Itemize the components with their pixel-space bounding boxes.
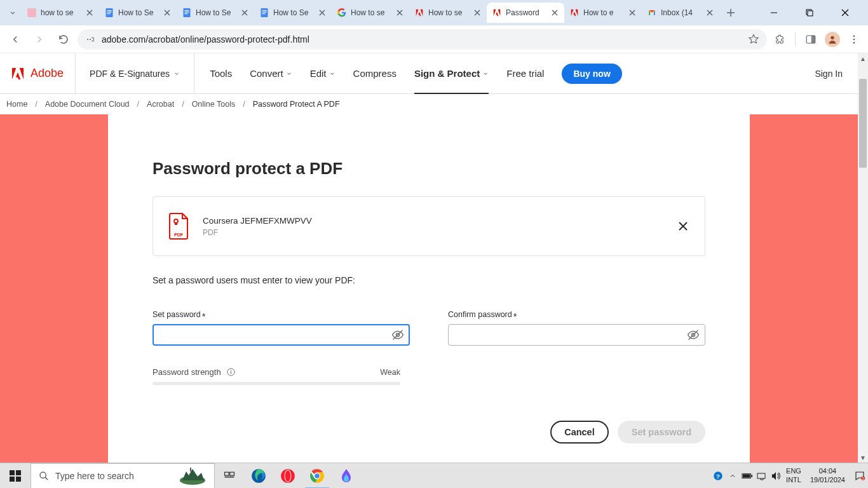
browser-tab-active[interactable]: Password [487,3,564,23]
svg-point-22 [853,41,855,43]
pdf-file-icon: PDF [167,212,190,240]
browser-tab[interactable]: How to e [564,3,642,23]
scroll-down-arrow[interactable]: ▼ [858,452,868,463]
tray-overflow-button[interactable] [729,472,736,480]
nav-compress[interactable]: Compress [353,53,397,93]
button-label: Set password [632,427,691,437]
close-icon[interactable] [705,8,714,17]
scroll-thumb[interactable] [859,79,867,168]
svg-point-29 [230,370,231,371]
google-docs-icon [182,8,192,18]
nav-sign-protect[interactable]: Sign & Protect [414,53,489,93]
tray-battery-icon[interactable] [742,472,753,480]
browser-tab[interactable]: Inbox (14 [642,3,719,23]
svg-point-21 [853,38,855,40]
breadcrumb-doccloud[interactable]: Adobe Document Cloud [45,100,130,109]
bookmark-icon[interactable] [748,34,759,45]
kebab-menu-icon[interactable] [845,30,863,48]
new-tab-button[interactable] [722,4,740,22]
reload-button[interactable] [53,29,74,50]
nav-convert[interactable]: Convert [250,53,292,93]
nav-free-trial[interactable]: Free trial [506,53,544,93]
flame-icon [339,468,353,484]
toggle-password-visibility[interactable] [391,328,405,342]
browser-tab[interactable]: How to Se [177,3,254,23]
chevron-down-icon [329,71,336,77]
extensions-icon[interactable] [771,30,789,48]
close-icon[interactable] [163,8,172,17]
window-minimize-button[interactable] [761,3,787,22]
tray-notifications-button[interactable]: 5 [854,470,865,482]
nav-pdf-esignatures[interactable]: PDF & E-Signatures [76,53,194,93]
taskbar-opera[interactable] [273,463,302,489]
nav-edit[interactable]: Edit [310,53,336,93]
nav-label: Convert [250,68,283,79]
tray-network-icon[interactable] [757,471,767,480]
tray-clock[interactable]: 04:04 19/01/2024 [806,467,849,485]
close-icon[interactable] [85,8,94,17]
site-info-icon[interactable] [85,34,95,44]
side-panel-icon[interactable] [802,30,820,48]
set-password-input[interactable] [153,324,410,346]
nav-tools[interactable]: Tools [210,53,232,93]
buy-now-button[interactable]: Buy now [562,64,621,84]
taskbar-edge[interactable] [244,463,273,489]
svg-rect-24 [175,222,177,225]
taskbar-search[interactable]: Type here to search [31,463,215,489]
toggle-password-visibility[interactable] [686,328,700,342]
strength-info-button[interactable] [226,367,236,377]
browser-tab[interactable]: How to se [332,3,409,23]
browser-tab[interactable]: How to Se [254,3,332,23]
browser-tab[interactable]: How to se [409,3,487,23]
tray-help-button[interactable]: ? [712,470,724,482]
tab-search-dropdown[interactable] [4,4,22,22]
close-icon[interactable] [473,8,482,17]
address-bar[interactable]: adobe.com/acrobat/online/password-protec… [78,29,767,50]
svg-rect-18 [811,36,815,43]
set-password-label: Set password* [153,309,410,319]
svg-point-15 [87,38,88,39]
start-button[interactable] [0,463,31,489]
close-icon[interactable] [550,8,559,17]
task-view-button[interactable] [215,463,244,489]
tray-volume-icon[interactable] [771,471,781,480]
clock-date: 19/01/2024 [810,476,845,485]
eye-off-icon [687,329,700,341]
svg-rect-37 [190,468,191,471]
svg-rect-7 [185,12,189,13]
close-icon[interactable] [240,8,249,17]
breadcrumb-separator: / [137,100,139,109]
window-close-button[interactable] [832,3,858,22]
browser-tab[interactable]: how to se [22,3,99,23]
window-maximize-button[interactable] [797,3,822,22]
tray-language[interactable]: ENG INTL [786,467,801,484]
site-header: Adobe PDF & E-Signatures Tools Convert E… [0,53,858,94]
svg-rect-3 [107,12,112,13]
scroll-up-arrow[interactable]: ▲ [858,53,868,64]
profile-avatar[interactable] [824,30,841,48]
close-icon[interactable] [628,8,637,17]
close-icon[interactable] [318,8,327,17]
browser-tab[interactable]: How to Se [99,3,177,23]
taskbar-chrome[interactable] [302,463,332,489]
svg-point-16 [90,38,91,39]
taskbar-paint[interactable] [332,463,361,489]
forward-button[interactable] [29,29,50,50]
lang-line1: ENG [786,467,801,475]
cancel-button[interactable]: Cancel [550,421,609,444]
breadcrumb-home[interactable]: Home [6,100,27,109]
remove-file-button[interactable] [675,219,691,234]
confirm-password-input[interactable] [448,324,705,346]
google-icon [337,8,347,18]
page-title: Password protect a PDF [153,159,705,179]
breadcrumb-acrobat[interactable]: Acrobat [147,100,174,109]
sign-in-link[interactable]: Sign In [799,69,858,79]
set-password-button[interactable]: Set password [618,421,705,444]
svg-rect-6 [185,10,189,11]
breadcrumb-online-tools[interactable]: Online Tools [192,100,236,109]
back-button[interactable] [5,29,25,50]
adobe-logo-link[interactable]: Adobe [5,53,76,93]
close-icon[interactable] [395,8,404,17]
vertical-scrollbar[interactable]: ▲ ▼ [858,53,868,463]
tab-title: How to e [583,8,624,17]
